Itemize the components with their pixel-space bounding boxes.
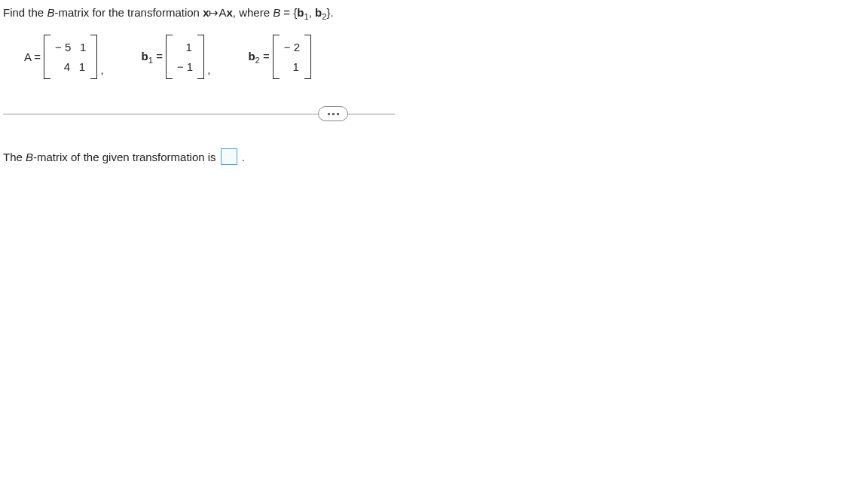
vector-b1-expression: b1 = 1 − 1 , [142,35,211,79]
vector-b1: 1 − 1 [166,35,204,79]
section-divider [3,106,865,121]
matrix-A: − 5 1 4 1 [44,35,97,79]
vector-b2: − 2 1 [273,35,311,79]
answer-prompt: The B-matrix of the given transformation… [3,148,865,165]
answer-period: . [242,151,245,163]
answer-input[interactable] [221,148,237,165]
answer-text: The B-matrix of the given transformation… [3,151,216,163]
matrix-A-label: A = [24,50,41,63]
ellipsis-icon [328,113,339,115]
equation-row: A = − 5 1 4 1 , b1 = 1 [3,35,865,79]
question-text: Find the B-matrix for the transformation… [3,6,334,21]
matrix-A-expression: A = − 5 1 4 1 , [24,35,104,79]
vector-b2-expression: b2 = − 2 1 [248,35,311,79]
vector-b1-label: b1 = [142,50,163,65]
expand-button[interactable] [318,106,348,121]
question-prompt: Find the B-matrix for the transformation… [3,6,865,21]
vector-b2-label: b2 = [248,50,269,65]
